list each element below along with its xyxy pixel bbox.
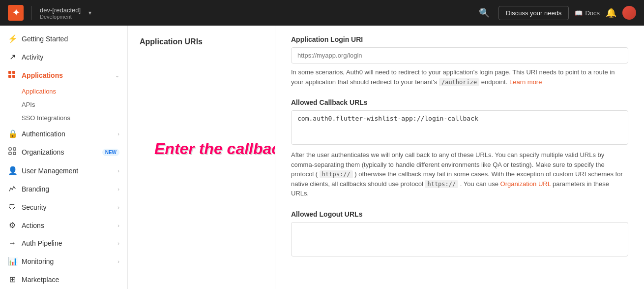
actions-icon: ⚙: [8, 221, 17, 230]
logout-urls-label: Allowed Logout URLs: [291, 210, 628, 218]
sidebar-item-label: Monitoring: [22, 257, 113, 265]
sidebar-sub-applications[interactable]: Applications: [22, 85, 127, 98]
callback-urls-description: After the user authenticates we will onl…: [291, 150, 628, 198]
app-logo[interactable]: ✦: [8, 5, 24, 21]
sidebar-item-actions[interactable]: ⚙ Actions ›: [0, 216, 127, 234]
chevron-right-icon: ›: [117, 223, 119, 228]
logout-urls-section: Allowed Logout URLs: [291, 210, 628, 258]
chevron-right-icon: ›: [117, 131, 119, 137]
svg-rect-1: [8, 75, 11, 78]
sidebar-item-label: Marketplace: [22, 276, 119, 284]
sidebar-item-user-management[interactable]: 👤 User Management ›: [0, 161, 127, 180]
user-management-icon: 👤: [8, 166, 17, 175]
applications-icon: [8, 70, 17, 80]
sidebar-item-label: Actions: [22, 222, 113, 229]
sidebar-item-auth-pipeline[interactable]: → Auth Pipeline ›: [0, 234, 127, 252]
bell-icon[interactable]: 🔔: [606, 7, 616, 18]
content-area: Application URIs Enter the callback URL …: [128, 26, 644, 289]
sidebar-item-activity[interactable]: ↗ Activity: [0, 48, 127, 66]
svg-rect-3: [12, 75, 15, 78]
chevron-right-icon: ›: [117, 240, 119, 246]
sidebar-item-monitoring[interactable]: 📊 Monitoring ›: [0, 252, 127, 270]
marketplace-icon: ⊞: [8, 275, 17, 284]
sidebar-item-marketplace[interactable]: ⊞ Marketplace: [0, 270, 127, 289]
right-panel: Application Login URI In some scenarios,…: [275, 26, 644, 289]
sidebar-item-label: Auth Pipeline: [22, 239, 113, 247]
section-title: Application URIs: [140, 37, 263, 46]
auth-pipeline-icon: →: [8, 239, 17, 248]
tenant-env: Development: [40, 14, 81, 20]
sidebar-item-label: Getting Started: [22, 35, 119, 43]
monitoring-icon: 📊: [8, 257, 17, 266]
chevron-down-icon: ⌄: [115, 72, 119, 79]
login-uri-input[interactable]: [291, 47, 628, 64]
chevron-right-icon: ›: [117, 186, 119, 192]
sidebar-item-branding[interactable]: Branding ›: [0, 180, 127, 198]
sidebar-item-label: Authentication: [22, 130, 113, 138]
sidebar: ⚡ Getting Started ↗ Activity Application…: [0, 26, 128, 289]
sidebar-item-organizations[interactable]: Organizations NEW: [0, 143, 127, 161]
branding-icon: [8, 184, 17, 194]
chevron-right-icon: ›: [117, 258, 119, 264]
sidebar-item-security[interactable]: 🛡 Security ›: [0, 198, 127, 216]
callback-urls-section: Allowed Callback URLs com.auth0.flutter-…: [291, 98, 628, 198]
sidebar-item-authentication[interactable]: 🔒 Authentication ›: [0, 125, 127, 143]
sidebar-item-label: Activity: [22, 53, 119, 61]
chevron-right-icon: ›: [117, 204, 119, 210]
activity-icon: ↗: [8, 52, 17, 62]
svg-rect-5: [13, 148, 16, 150]
authentication-icon: 🔒: [8, 129, 17, 138]
organizations-icon: [8, 147, 17, 157]
new-badge: NEW: [102, 149, 119, 156]
main-layout: ⚡ Getting Started ↗ Activity Application…: [0, 26, 644, 289]
svg-rect-2: [12, 71, 15, 74]
sidebar-item-getting-started[interactable]: ⚡ Getting Started: [0, 30, 127, 48]
top-navigation: ✦ dev-[redacted] Development ▾ 🔍 Discuss…: [0, 0, 644, 26]
sidebar-sub-apis[interactable]: APIs: [22, 98, 127, 111]
nav-divider: [31, 6, 32, 20]
logout-urls-input[interactable]: [291, 222, 628, 257]
login-uri-description: In some scenarios, Auth0 will need to re…: [291, 67, 628, 87]
callback-urls-label: Allowed Callback URLs: [291, 98, 628, 106]
learn-more-link[interactable]: Learn more: [509, 78, 542, 86]
tenant-name: dev-[redacted]: [40, 6, 81, 14]
sidebar-sub-sso[interactable]: SSO Integrations: [22, 111, 127, 125]
sidebar-item-label: Branding: [22, 185, 113, 193]
search-icon[interactable]: 🔍: [476, 4, 493, 21]
left-panel: Application URIs Enter the callback URL …: [128, 26, 275, 289]
svg-rect-7: [13, 152, 16, 155]
chevron-right-icon: ›: [117, 168, 119, 174]
discuss-needs-button[interactable]: Discuss your needs: [498, 6, 569, 20]
sidebar-item-label: Organizations: [22, 148, 97, 156]
tenant-info: dev-[redacted] Development: [40, 6, 81, 20]
svg-rect-0: [8, 71, 11, 74]
login-uri-section: Application Login URI In some scenarios,…: [291, 35, 628, 87]
sidebar-item-applications[interactable]: Applications ⌄: [0, 66, 127, 85]
login-uri-label: Application Login URI: [291, 35, 628, 43]
book-icon: 📖: [575, 9, 583, 17]
callback-urls-input[interactable]: com.auth0.flutter-wishlist-app://login-c…: [291, 110, 628, 145]
annotation-text: Enter the callback URL here.: [154, 140, 275, 158]
getting-started-icon: ⚡: [8, 34, 17, 43]
avatar[interactable]: [622, 6, 636, 20]
security-icon: 🛡: [8, 203, 17, 212]
svg-rect-6: [9, 152, 11, 155]
organization-url-link[interactable]: Organization URL: [500, 180, 551, 188]
tenant-chevron-icon[interactable]: ▾: [88, 9, 91, 16]
applications-submenu: Applications APIs SSO Integrations: [0, 85, 127, 125]
sidebar-item-label: User Management: [22, 167, 113, 175]
svg-rect-4: [9, 148, 11, 150]
sidebar-item-label: Security: [22, 203, 113, 211]
docs-link[interactable]: 📖 Docs: [575, 9, 600, 17]
sidebar-item-label: Applications: [22, 71, 110, 79]
